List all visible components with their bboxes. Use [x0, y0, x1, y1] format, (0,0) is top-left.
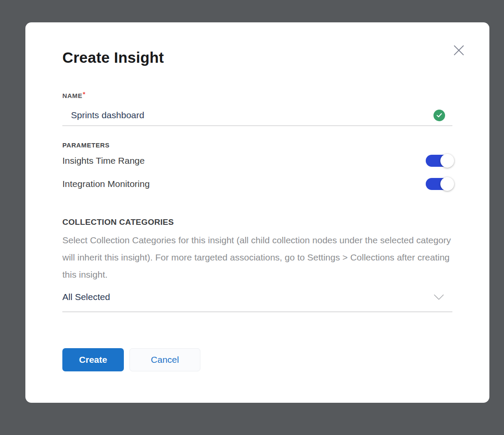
- valid-check-icon: [433, 110, 445, 121]
- toggle-row-integration-monitoring: Integration Monitoring: [62, 172, 452, 196]
- collection-categories-dropdown[interactable]: All Selected: [62, 290, 452, 312]
- action-buttons: Create Cancel: [62, 348, 452, 371]
- page-title: Create Insight: [62, 48, 452, 67]
- parameters-section-label: PARAMETERS: [62, 141, 452, 149]
- collection-categories-label: COLLECTION CATEGORIES: [62, 217, 452, 227]
- modal-overlay: Create Insight NAME* PARAMETERS Insights…: [0, 0, 504, 435]
- toggle-label: Insights Time Range: [62, 156, 144, 166]
- toggle-knob: [440, 177, 454, 191]
- close-button[interactable]: [453, 46, 464, 57]
- required-marker: *: [83, 90, 86, 98]
- name-input[interactable]: [62, 101, 452, 126]
- toggle-knob: [440, 154, 454, 168]
- close-icon: [453, 45, 464, 58]
- integration-monitoring-toggle[interactable]: [426, 178, 451, 190]
- create-button[interactable]: Create: [62, 348, 124, 371]
- name-field-label: NAME*: [62, 90, 452, 100]
- create-insight-modal: Create Insight NAME* PARAMETERS Insights…: [25, 22, 489, 403]
- insights-time-range-toggle[interactable]: [426, 155, 451, 167]
- dropdown-selected-value: All Selected: [62, 292, 110, 302]
- toggle-row-insights-time-range: Insights Time Range: [62, 149, 452, 172]
- collection-categories-description: Select Collection Categories for this in…: [62, 232, 452, 283]
- toggle-label: Integration Monitoring: [62, 179, 150, 189]
- name-field-row: [62, 101, 452, 126]
- chevron-down-icon: [434, 294, 444, 300]
- cancel-button[interactable]: Cancel: [129, 348, 200, 371]
